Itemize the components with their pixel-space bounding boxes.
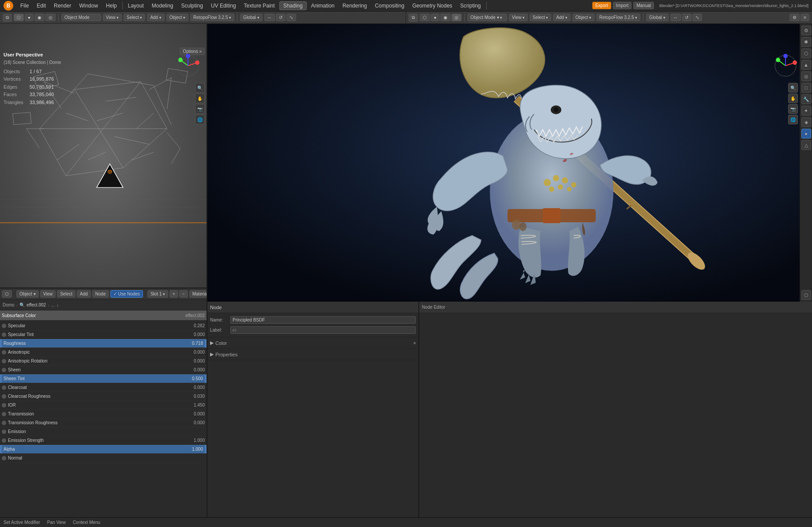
prop-row[interactable]: Clearcoat Roughness 0.030 [0, 392, 207, 401]
scale-icon-r[interactable]: ⤡ [692, 14, 702, 21]
select-menu-r[interactable]: Select [530, 14, 551, 21]
properties-section-title[interactable]: ▶ Properties [210, 351, 416, 358]
camera-icon[interactable]: 📷 [195, 104, 205, 114]
select-btn-b[interactable]: Select [57, 290, 75, 298]
prop-row[interactable]: Emission Strength 1.000 [0, 436, 207, 445]
export-button[interactable]: Export [592, 2, 611, 9]
world-icon[interactable]: ◎ [801, 71, 811, 81]
menu-shading[interactable]: Shading [279, 1, 307, 10]
object-menu-r[interactable]: Object [572, 14, 594, 21]
menu-texture-paint[interactable]: Texture Paint [241, 2, 278, 10]
manual-button[interactable]: Manual [633, 2, 654, 9]
blender-logo[interactable]: B [4, 1, 13, 11]
node-btn[interactable]: Node [92, 290, 109, 298]
view-menu-r[interactable]: View [509, 14, 528, 21]
prop-row[interactable]: Clearcoat 0.000 [0, 383, 207, 392]
prop-row[interactable]: Emission [0, 427, 207, 436]
modifier-icon[interactable]: 🔧 [801, 94, 811, 104]
view-btn[interactable]: View [40, 290, 56, 298]
render-preview-btn[interactable]: ◎ [45, 14, 56, 21]
menu-layout[interactable]: Layout [124, 2, 147, 10]
breadcrumb-domo[interactable]: Domo [3, 303, 15, 307]
menu-compositing[interactable]: Compositing [371, 2, 408, 10]
prop-row[interactable]: Alpha 1.000 [0, 445, 207, 454]
camera-icon-r[interactable]: 📷 [788, 104, 798, 114]
wireframe-btn[interactable]: ⬡ [14, 14, 24, 21]
prop-row[interactable]: Specular Tint 0.000 [0, 330, 207, 339]
transform-global-r[interactable]: Global [646, 14, 668, 21]
rotate-icon-r[interactable]: ↺ [682, 14, 692, 21]
menu-render[interactable]: Render [50, 2, 75, 10]
color-section-title[interactable]: ▶ Color ≡ [210, 339, 416, 347]
pan-icon-r[interactable]: ✋ [788, 93, 798, 103]
prop-row[interactable]: Anisotropic 0.000 [0, 348, 207, 357]
tools-icon[interactable]: ⚙ [801, 26, 811, 35]
scene-icon-r[interactable]: 🌐 [788, 115, 798, 124]
material-name-btn[interactable]: Material.002 [189, 290, 207, 298]
material-remove-icon[interactable]: − [179, 290, 188, 298]
editor-icon-bottom[interactable]: ⬡ [2, 290, 12, 298]
menu-uv-editing[interactable]: UV Editing [207, 2, 240, 10]
menu-rendering[interactable]: Rendering [339, 2, 370, 10]
menu-sculpting[interactable]: Sculpting [178, 2, 207, 10]
label-value[interactable]: 🏷 [230, 326, 416, 334]
settings-icon-r[interactable]: ⚙ [789, 14, 800, 21]
data-icon[interactable]: △ [801, 140, 811, 150]
scale-icon[interactable]: ⤡ [286, 14, 296, 21]
zoom-icon[interactable]: 🔍 [195, 83, 205, 93]
scene-strip-icon[interactable]: ▲ [801, 60, 811, 70]
menu-window[interactable]: Window [75, 2, 102, 10]
zoom-icon-r[interactable]: 🔍 [788, 83, 798, 93]
scene-icon[interactable]: 🌐 [195, 115, 205, 124]
prop-row[interactable]: Specular 0.282 [0, 321, 207, 330]
object-menu[interactable]: Object [166, 14, 188, 21]
prop-row[interactable]: Transmission Roughness 0.000 [0, 419, 207, 427]
mode-select-r[interactable]: Object Mode ▾ [467, 14, 507, 21]
select-menu[interactable]: Select [124, 14, 145, 21]
menu-scripting[interactable]: Scripting [457, 2, 485, 10]
prop-row[interactable]: Anisotropic Rotation 0.000 [0, 357, 207, 366]
mode-select[interactable]: Object Mode [61, 14, 101, 21]
right-3d-viewport[interactable]: X Y Z 🔍 ✋ 📷 🌐 [207, 24, 812, 302]
material-add-icon[interactable]: + [169, 290, 178, 298]
editor-type-icon-r[interactable]: ⧉ [409, 14, 418, 22]
retopoflow-btn[interactable]: RetopoFlow 3.2.5 [190, 14, 234, 21]
prop-row[interactable]: Roughness 0.718 [0, 339, 207, 348]
wireframe-btn-r[interactable]: ⬡ [420, 14, 430, 21]
prop-row[interactable]: Normal [0, 454, 207, 463]
add-menu-r[interactable]: Add [553, 14, 570, 21]
breadcrumb-down[interactable]: ↓ [56, 303, 59, 307]
material-icon[interactable]: ● [801, 129, 811, 138]
grab-icon[interactable]: ↔ [264, 14, 275, 21]
rotate-icon[interactable]: ↺ [276, 14, 286, 21]
render-preview-btn-r[interactable]: ◎ [451, 14, 462, 21]
use-nodes-btn[interactable]: ✓ Use Nodes [110, 290, 143, 298]
solid-btn[interactable]: ● [25, 14, 34, 21]
menu-edit[interactable]: Edit [33, 2, 49, 10]
active-tools-icon[interactable]: ✱ [801, 37, 811, 47]
solid-btn-r[interactable]: ● [431, 14, 440, 21]
menu-modeling[interactable]: Modeling [148, 2, 177, 10]
view-menu[interactable]: View [103, 14, 122, 21]
add-btn-b[interactable]: Add [77, 290, 91, 298]
physics-icon[interactable]: ◈ [801, 117, 811, 127]
menu-animation[interactable]: Animation [308, 2, 338, 10]
add-menu[interactable]: Add [147, 14, 164, 21]
slot-select[interactable]: Slot 1 [147, 290, 168, 298]
material-preview-btn-r[interactable]: ◉ [440, 14, 451, 21]
prop-row[interactable]: Sheen Tint 0.500 [0, 374, 207, 383]
filter-icon[interactable]: ⬡ [801, 290, 811, 300]
editor-type-icon[interactable]: ⧉ [3, 14, 12, 22]
prop-row[interactable]: IOR 1.450 [0, 401, 207, 410]
obj-btn[interactable]: Object ▾ [16, 290, 39, 298]
menu-help[interactable]: Help [102, 2, 120, 10]
material-preview-btn[interactable]: ◉ [34, 14, 45, 21]
pan-icon[interactable]: ✋ [195, 93, 205, 103]
extra-r[interactable]: ≡ [801, 14, 809, 21]
prop-row[interactable]: Sheen 0.000 [0, 366, 207, 374]
prop-row[interactable]: Transmission 0.000 [0, 410, 207, 419]
retopoflow-btn-r[interactable]: RetopoFlow 3.2.5 [596, 14, 640, 21]
grab-icon-r[interactable]: ↔ [670, 14, 681, 21]
view-layer-icon[interactable]: ⬡ [801, 49, 811, 58]
particles-icon[interactable]: ✦ [801, 106, 811, 116]
